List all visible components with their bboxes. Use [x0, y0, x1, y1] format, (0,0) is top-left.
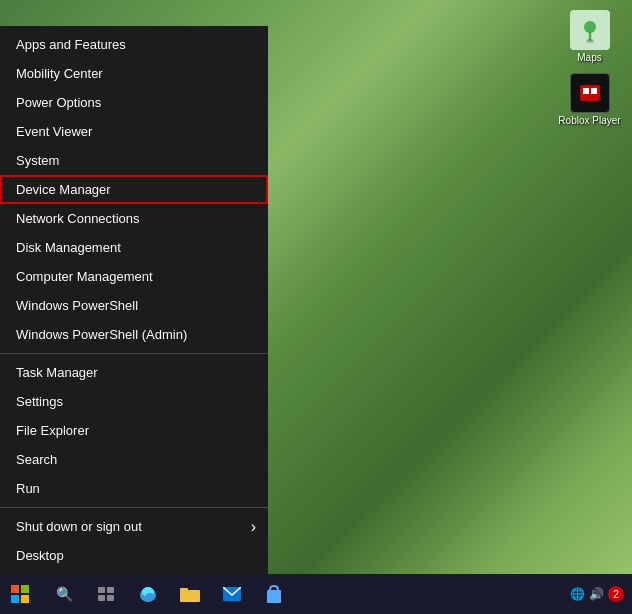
- menu-item-computer-management[interactable]: Computer Management: [0, 262, 268, 291]
- taskbar-folder-icon[interactable]: [170, 574, 210, 614]
- tray-badge: 2: [608, 586, 624, 602]
- menu-item-event-viewer[interactable]: Event Viewer: [0, 117, 268, 146]
- svg-rect-12: [107, 587, 114, 593]
- taskbar-mail-icon[interactable]: [212, 574, 252, 614]
- desktop-icon-maps[interactable]: Maps: [557, 10, 622, 63]
- tray-network-icon: 🌐: [570, 587, 585, 601]
- taskbar-search-icon[interactable]: 🔍: [44, 574, 84, 614]
- svg-rect-19: [180, 588, 188, 592]
- menu-item-desktop[interactable]: Desktop: [0, 541, 268, 570]
- menu-item-windows-powershell-admin[interactable]: Windows PowerShell (Admin): [0, 320, 268, 349]
- taskbar: 🔍: [0, 574, 632, 614]
- menu-item-windows-powershell[interactable]: Windows PowerShell: [0, 291, 268, 320]
- desktop-icon-roblox[interactable]: Roblox Player: [557, 73, 622, 126]
- svg-point-17: [145, 593, 155, 599]
- tray-volume-icon: 🔊: [589, 587, 604, 601]
- menu-separator-1: [0, 353, 268, 354]
- menu-item-device-manager[interactable]: Device Manager: [0, 175, 268, 204]
- menu-item-system[interactable]: System: [0, 146, 268, 175]
- context-menu: Apps and Features Mobility Center Power …: [0, 26, 268, 574]
- menu-item-settings[interactable]: Settings: [0, 387, 268, 416]
- svg-rect-4: [591, 88, 597, 94]
- menu-item-task-manager[interactable]: Task Manager: [0, 358, 268, 387]
- menu-item-disk-management[interactable]: Disk Management: [0, 233, 268, 262]
- svg-point-1: [586, 39, 594, 43]
- menu-item-mobility-center[interactable]: Mobility Center: [0, 59, 268, 88]
- menu-item-run[interactable]: Run: [0, 474, 268, 503]
- svg-rect-21: [267, 590, 281, 603]
- menu-item-network-connections[interactable]: Network Connections: [0, 204, 268, 233]
- svg-rect-7: [11, 585, 19, 593]
- menu-separator-2: [0, 507, 268, 508]
- svg-rect-13: [98, 595, 105, 601]
- taskbar-system-tray: 🌐 🔊 2: [570, 586, 632, 602]
- roblox-icon-label: Roblox Player: [558, 115, 620, 126]
- start-button[interactable]: [0, 574, 40, 614]
- menu-item-search[interactable]: Search: [0, 445, 268, 474]
- svg-rect-10: [21, 595, 29, 603]
- svg-rect-3: [583, 88, 589, 94]
- menu-item-power-options[interactable]: Power Options: [0, 88, 268, 117]
- taskbar-icons: 🔍: [44, 574, 294, 614]
- svg-rect-11: [98, 587, 105, 593]
- menu-item-file-explorer[interactable]: File Explorer: [0, 416, 268, 445]
- svg-rect-9: [11, 595, 19, 603]
- taskbar-task-view-icon[interactable]: [86, 574, 126, 614]
- taskbar-store-icon[interactable]: [254, 574, 294, 614]
- menu-item-apps-features[interactable]: Apps and Features: [0, 30, 268, 59]
- maps-icon-label: Maps: [577, 52, 601, 63]
- svg-rect-8: [21, 585, 29, 593]
- svg-rect-14: [107, 595, 114, 601]
- desktop-icons-area: Maps Roblox Player: [557, 10, 622, 126]
- taskbar-edge-icon[interactable]: [128, 574, 168, 614]
- menu-item-shut-down[interactable]: Shut down or sign out: [0, 512, 268, 541]
